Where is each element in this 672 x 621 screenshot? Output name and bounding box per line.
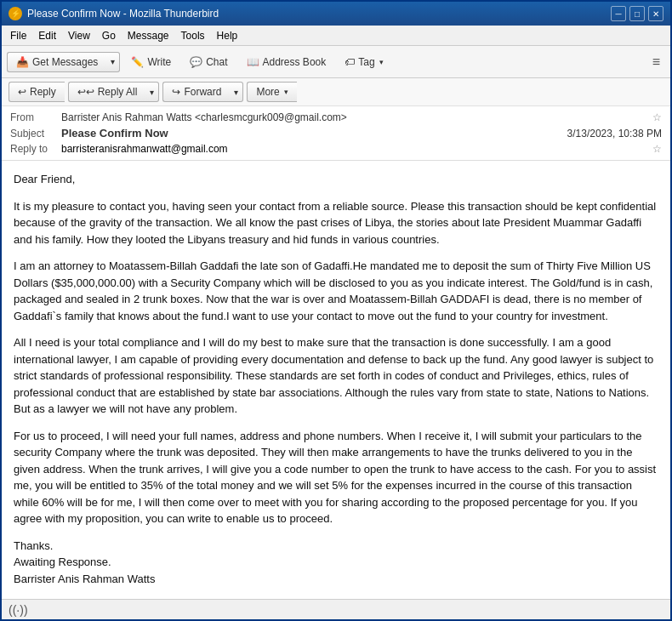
tag-label: Tag bbox=[358, 56, 374, 68]
menu-go[interactable]: Go bbox=[97, 28, 121, 43]
email-body: Dear Friend, It is my pleasure to contac… bbox=[2, 161, 670, 599]
address-book-label: Address Book bbox=[263, 56, 327, 68]
subject-value: Please Confirm Now bbox=[61, 127, 567, 140]
body-greeting: Dear Friend, bbox=[14, 171, 658, 188]
reply-to-row: Reply to barristeranisrahmanwatt@gmail.c… bbox=[10, 141, 662, 157]
get-messages-label: Get Messages bbox=[32, 56, 98, 68]
window-controls: ─ □ ✕ bbox=[611, 6, 663, 21]
window-title: Please Confirm Now - Mozilla Thunderbird bbox=[27, 8, 219, 20]
tag-icon: 🏷 bbox=[345, 56, 355, 68]
body-closing: Thanks. Awaiting Response. Barrister Ani… bbox=[14, 538, 658, 588]
hamburger-menu-button[interactable]: ≡ bbox=[647, 52, 665, 72]
chat-label: Chat bbox=[206, 56, 227, 68]
get-messages-button[interactable]: 📥 Get Messages bbox=[7, 52, 106, 72]
reply-all-group: ↩↩ Reply All ▾ bbox=[68, 82, 160, 102]
more-dropdown-arrow: ▾ bbox=[284, 88, 288, 96]
menu-message[interactable]: Message bbox=[122, 28, 174, 43]
from-row: From Barrister Anis Rahman Watts <charle… bbox=[10, 110, 662, 125]
reply-all-icon: ↩↩ bbox=[77, 86, 94, 98]
maximize-button[interactable]: □ bbox=[629, 6, 645, 21]
main-window: ⚡ Please Confirm Now - Mozilla Thunderbi… bbox=[0, 0, 672, 621]
email-date: 3/13/2023, 10:38 PM bbox=[567, 128, 662, 140]
menu-edit[interactable]: Edit bbox=[33, 28, 61, 43]
write-label: Write bbox=[147, 56, 171, 68]
menu-help[interactable]: Help bbox=[212, 28, 243, 43]
body-paragraph-4: For us to proceed, I will need your full… bbox=[14, 428, 658, 527]
more-group: More ▾ bbox=[247, 82, 296, 102]
email-meta: From Barrister Anis Rahman Watts <charle… bbox=[2, 106, 670, 160]
chat-button[interactable]: 💬 Chat bbox=[182, 53, 235, 71]
reply-all-dropdown[interactable]: ▾ bbox=[145, 82, 159, 102]
reply-all-button[interactable]: ↩↩ Reply All bbox=[68, 82, 146, 102]
write-button[interactable]: ✏️ Write bbox=[123, 53, 179, 71]
subject-label: Subject bbox=[10, 128, 61, 140]
reply-icon: ↩ bbox=[18, 86, 26, 98]
reply-button[interactable]: ↩ Reply bbox=[9, 82, 65, 102]
more-label: More bbox=[256, 86, 279, 98]
get-messages-group: 📥 Get Messages ▾ bbox=[7, 52, 120, 72]
forward-dropdown[interactable]: ▾ bbox=[230, 82, 243, 102]
from-value: Barrister Anis Rahman Watts <charlesmcgu… bbox=[61, 111, 649, 123]
forward-button[interactable]: ↪ Forward bbox=[162, 82, 230, 102]
body-paragraph-3: All I need is your total compliance and … bbox=[14, 334, 658, 418]
reply-group: ↩ Reply bbox=[9, 82, 65, 102]
address-book-button[interactable]: 📖 Address Book bbox=[239, 53, 334, 71]
spam-icon: ((·)) bbox=[9, 603, 28, 617]
forward-icon: ↪ bbox=[172, 86, 180, 98]
menu-view[interactable]: View bbox=[63, 28, 95, 43]
reply-label: Reply bbox=[30, 86, 56, 98]
body-paragraph-2: I am an attorney to Moatassem-Billah Gad… bbox=[14, 258, 658, 324]
toolbar: 📥 Get Messages ▾ ✏️ Write 💬 Chat 📖 Addre… bbox=[2, 46, 670, 78]
status-bar: ((·)) bbox=[2, 599, 670, 619]
more-button[interactable]: More ▾ bbox=[247, 82, 296, 102]
get-messages-icon: 📥 bbox=[16, 56, 29, 68]
from-label: From bbox=[10, 111, 61, 123]
minimize-button[interactable]: ─ bbox=[611, 6, 626, 21]
subject-row: Subject Please Confirm Now 3/13/2023, 10… bbox=[10, 125, 662, 141]
email-body-inner: Dear Friend, It is my pleasure to contac… bbox=[14, 171, 658, 587]
close-button[interactable]: ✕ bbox=[648, 6, 663, 21]
title-bar: ⚡ Please Confirm Now - Mozilla Thunderbi… bbox=[2, 2, 670, 26]
title-bar-left: ⚡ Please Confirm Now - Mozilla Thunderbi… bbox=[9, 7, 219, 20]
get-messages-dropdown[interactable]: ▾ bbox=[106, 52, 120, 72]
menu-tools[interactable]: Tools bbox=[176, 28, 210, 43]
tag-dropdown-arrow: ▾ bbox=[379, 58, 384, 66]
email-actions-bar: ↩ Reply ↩↩ Reply All ▾ ↪ Forward ▾ bbox=[2, 78, 670, 106]
address-book-icon: 📖 bbox=[247, 56, 259, 68]
reply-to-star-icon[interactable]: ☆ bbox=[652, 143, 662, 155]
star-icon[interactable]: ☆ bbox=[652, 111, 662, 123]
forward-label: Forward bbox=[184, 86, 221, 98]
chat-icon: 💬 bbox=[190, 56, 202, 68]
forward-group: ↪ Forward ▾ bbox=[162, 82, 243, 102]
email-header: ↩ Reply ↩↩ Reply All ▾ ↪ Forward ▾ bbox=[2, 78, 670, 161]
reply-to-label: Reply to bbox=[10, 143, 61, 155]
menu-bar: File Edit View Go Message Tools Help bbox=[2, 26, 670, 46]
reply-to-value: barristeranisrahmanwatt@gmail.com bbox=[61, 143, 649, 155]
body-paragraph-1: It is my pleasure to contact you, having… bbox=[14, 198, 658, 248]
tag-button[interactable]: 🏷 Tag ▾ bbox=[337, 53, 390, 71]
write-icon: ✏️ bbox=[131, 56, 144, 68]
menu-file[interactable]: File bbox=[5, 28, 31, 43]
reply-all-label: Reply All bbox=[98, 86, 138, 98]
app-icon: ⚡ bbox=[9, 7, 22, 20]
